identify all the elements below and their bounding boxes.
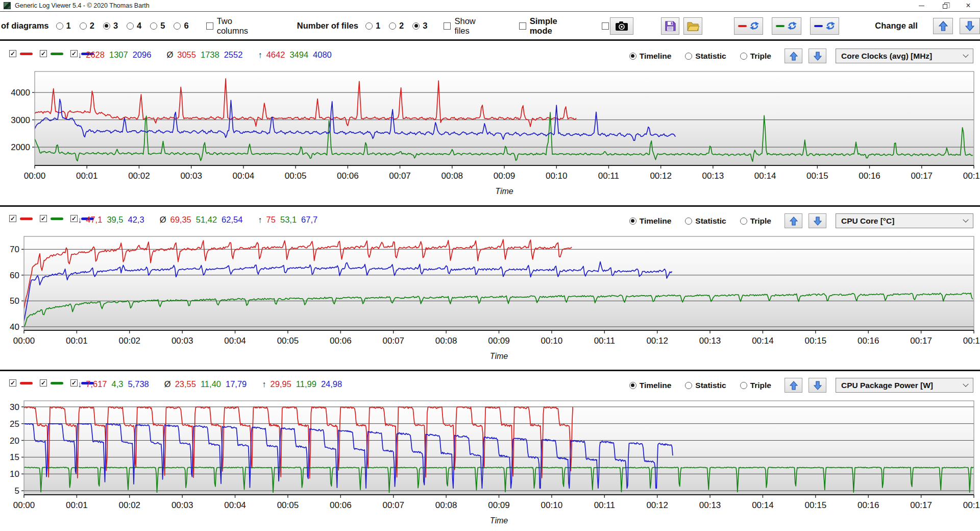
radio-option-Triple[interactable]: Triple [740, 52, 771, 61]
radio-option-1[interactable]: 1 [365, 21, 380, 31]
metric-dropdown[interactable]: Core Clocks (avg) [MHz] [836, 49, 973, 63]
panel-header: ✓ ✓ ✓ ↓ 47,139,542,3 Ø 69,3551,4262,54 ↑… [0, 213, 980, 228]
radio-option-Statistic[interactable]: Statistic [685, 216, 726, 226]
radio-option-2[interactable]: 2 [80, 21, 94, 31]
radio-option-5[interactable]: 5 [150, 21, 165, 31]
min-symbol: ↓ [78, 379, 82, 389]
files-label: Number of files [297, 21, 358, 31]
svg-text:00:16: 00:16 [859, 171, 880, 181]
move-down-button[interactable] [808, 378, 826, 393]
min-symbol: ↓ [78, 50, 82, 60]
svg-text:00:09: 00:09 [488, 500, 510, 510]
radio-icon [365, 22, 373, 30]
move-down-button[interactable] [808, 213, 826, 228]
series2-toggle[interactable]: ✓ [40, 215, 63, 222]
svg-text:00:03: 00:03 [172, 336, 193, 346]
move-down-button[interactable] [808, 49, 826, 63]
svg-text:00:12: 00:12 [646, 336, 668, 346]
radio-option-2[interactable]: 2 [389, 21, 404, 31]
radio-option-Triple[interactable]: Triple [740, 381, 771, 390]
svg-text:00:11: 00:11 [594, 336, 615, 346]
series1-toggle[interactable]: ✓ [9, 215, 33, 222]
change-all-down-button[interactable] [960, 18, 980, 34]
svg-text:00:08: 00:08 [442, 171, 463, 181]
diagram-count-radios: 123456 [56, 21, 189, 31]
svg-text:00:17: 00:17 [910, 500, 932, 510]
simple-mode-checkbox[interactable]: Simple mode [519, 16, 581, 36]
show-files-checkbox[interactable]: Show files [444, 16, 492, 36]
generic-log-viewer-window: Generic Log Viewer 5.4 - © 2020 Thomas B… [0, 0, 980, 531]
sync-icon [825, 21, 836, 30]
svg-text:00:12: 00:12 [650, 171, 672, 181]
svg-text:Time: Time [490, 352, 508, 360]
series2-color-dash [51, 53, 63, 55]
svg-text:00:18: 00:18 [963, 500, 980, 510]
radio-option-4[interactable]: 4 [127, 21, 141, 31]
floppy-disk-icon [664, 20, 676, 32]
reload-file1-button[interactable] [734, 17, 763, 35]
two-columns-checkbox[interactable]: Two columns [206, 16, 265, 36]
series2-toggle[interactable]: ✓ [40, 50, 63, 57]
svg-text:00:10: 00:10 [541, 336, 563, 346]
svg-text:00:15: 00:15 [806, 171, 828, 181]
checkbox-icon: ✓ [9, 379, 16, 387]
svg-text:00:04: 00:04 [233, 171, 255, 181]
radio-option-Statistic[interactable]: Statistic [685, 381, 726, 390]
svg-text:00:13: 00:13 [702, 171, 724, 181]
screenshot-checkbox[interactable] [602, 22, 609, 30]
folder-icon [687, 20, 699, 32]
radio-option-Timeline[interactable]: Timeline [629, 52, 672, 61]
metric-dropdown[interactable]: CPU Package Power [W] [836, 378, 973, 393]
radio-option-3[interactable]: 3 [103, 21, 118, 31]
reload-file3-button[interactable] [810, 17, 839, 35]
chart-canvas-cpu-package-power[interactable]: 5101520253000:0000:0100:0200:0300:0400:0… [0, 394, 980, 531]
radio-option-Triple[interactable]: Triple [740, 216, 771, 226]
svg-text:00:11: 00:11 [594, 500, 615, 510]
radio-option-1[interactable]: 1 [56, 21, 71, 31]
close-button[interactable]: × [957, 0, 980, 11]
series1-toggle[interactable]: ✓ [9, 50, 33, 57]
svg-text:00:06: 00:06 [330, 500, 352, 510]
chevron-down-icon [963, 381, 968, 387]
change-all-up-button[interactable] [933, 18, 953, 34]
svg-text:00:03: 00:03 [180, 171, 202, 181]
arrow-up-icon [939, 21, 948, 31]
move-up-button[interactable] [785, 213, 802, 228]
series1-toggle[interactable]: ✓ [9, 379, 33, 387]
chart-canvas-core-clocks[interactable]: 20003000400000:0000:0100:0200:0300:0400:… [0, 64, 980, 205]
series2-color-dash [51, 382, 63, 384]
stats-readout: ↓ 7,6174,35,738 Ø 23,5511,4017,79 ↑ 29,9… [78, 379, 357, 389]
chart-canvas-cpu-core-temp[interactable]: 4050607000:0000:0100:0200:0300:0400:0500… [0, 229, 980, 370]
radio-option-6[interactable]: 6 [174, 21, 188, 31]
svg-text:00:03: 00:03 [172, 500, 193, 510]
svg-text:00:09: 00:09 [494, 171, 516, 181]
checkbox-icon [444, 22, 451, 30]
series1-color-dash [20, 382, 33, 384]
radio-icon [629, 218, 636, 225]
minimize-button[interactable] [910, 0, 933, 11]
minimize-icon [919, 6, 924, 6]
radio-option-Timeline[interactable]: Timeline [629, 381, 672, 390]
max-symbol: ↑ [262, 379, 266, 389]
open-folder-button[interactable] [683, 17, 702, 35]
save-button[interactable] [661, 17, 680, 35]
window-controls: × [910, 0, 980, 11]
radio-option-Timeline[interactable]: Timeline [629, 216, 672, 226]
move-up-button[interactable] [785, 378, 802, 393]
move-up-button[interactable] [785, 49, 802, 63]
series2-toggle[interactable]: ✓ [40, 379, 63, 387]
svg-text:00:12: 00:12 [646, 500, 668, 510]
restore-button[interactable] [933, 0, 957, 11]
screenshot-button[interactable] [610, 17, 633, 35]
view-switcher: TimelineStatisticTriple [629, 52, 771, 61]
checkbox-icon: ✓ [40, 215, 47, 222]
svg-text:00:06: 00:06 [337, 171, 359, 181]
checkbox-icon: ✓ [9, 215, 16, 222]
diagram-panel-3: ✓ ✓ ✓ ↓ 7,6174,35,738 Ø 23,5511,4017,79 … [0, 370, 980, 531]
radio-option-3[interactable]: 3 [412, 21, 427, 31]
svg-text:00:09: 00:09 [488, 336, 510, 346]
reload-file2-button[interactable] [772, 17, 801, 35]
metric-dropdown[interactable]: CPU Core [°C] [836, 213, 973, 228]
radio-option-Statistic[interactable]: Statistic [685, 52, 726, 61]
svg-text:00:01: 00:01 [66, 336, 88, 346]
